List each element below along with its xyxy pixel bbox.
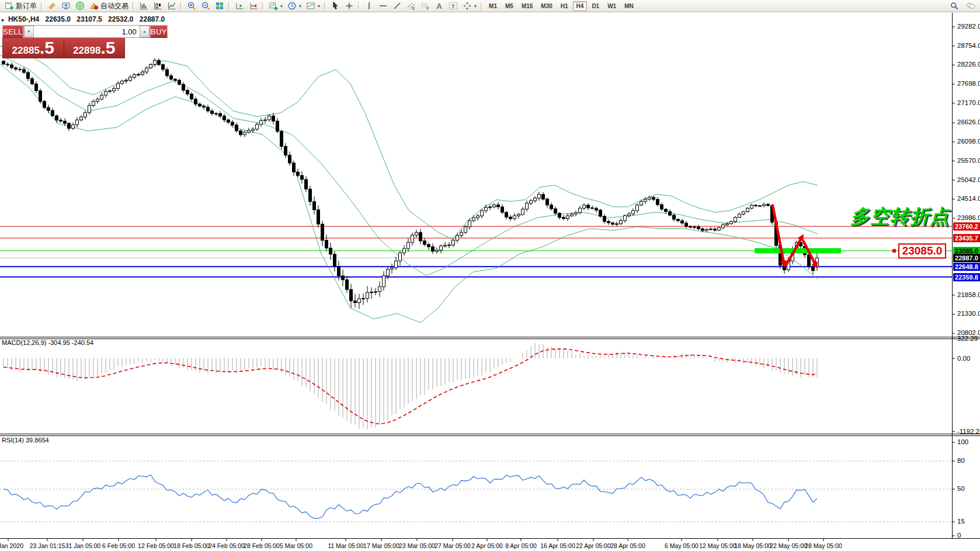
buy-button[interactable]: BUY — [150, 25, 168, 38]
chevron-down-icon[interactable]: ▾ — [318, 4, 320, 9]
fibonacci-button[interactable]: F — [418, 0, 432, 12]
signal-button[interactable] — [73, 0, 87, 12]
chart-autoscroll-icon — [249, 1, 258, 11]
timeframe-w1-button[interactable]: W1 — [604, 1, 620, 11]
price-axis-tick-label: 23986.0 — [957, 214, 980, 221]
new-order-button[interactable]: 新订单 — [2, 0, 39, 12]
volume-increase-button[interactable]: ▴ — [140, 26, 150, 37]
macd-axis-label: 322.29 — [957, 335, 978, 342]
crayon-button[interactable] — [45, 0, 59, 12]
autotrade-button[interactable]: 自动交易 — [87, 0, 131, 12]
toolbar-separator — [133, 2, 135, 10]
turning-point-annotation: 多空转折点 — [850, 204, 950, 230]
zoom-in-button[interactable] — [185, 0, 199, 12]
text-button[interactable]: A — [432, 0, 446, 12]
autotrade-label: 自动交易 — [100, 1, 128, 11]
time-axis-label: 12 Feb 05:00 — [138, 542, 174, 549]
chat-icon — [966, 1, 975, 11]
text-icon: A — [435, 1, 444, 11]
tile-windows-button[interactable] — [213, 0, 227, 12]
volume-decrease-button[interactable]: ▾ — [24, 26, 34, 37]
chevron-down-icon[interactable]: ▾ — [280, 4, 283, 9]
price-axis-tick-label: 21858.0 — [957, 291, 980, 298]
chevron-down-icon[interactable]: ▾ — [474, 4, 477, 9]
market-watch-button[interactable] — [59, 0, 73, 12]
time-axis-label: 8 Apr 05:00 — [505, 542, 537, 549]
cursor-button[interactable] — [328, 0, 342, 12]
time-axis-label: 18 May 05:00 — [734, 542, 772, 549]
search-button[interactable] — [947, 0, 961, 12]
channel-button[interactable]: E — [404, 0, 418, 12]
macd-axis-label: -1192.28 — [957, 428, 980, 435]
crayon-icon — [47, 1, 57, 11]
zoom-in-icon — [187, 1, 196, 11]
templates-icon — [306, 1, 315, 11]
line-chart-button[interactable] — [165, 0, 179, 12]
sell-price[interactable]: 22885.5 — [3, 38, 64, 58]
ohlc-open: 22635.0 — [46, 15, 71, 23]
time-axis-label: 24 Feb 05:00 — [208, 542, 245, 549]
price-axis-tick-label: 28226.0 — [957, 61, 980, 68]
timeframe-h4-button[interactable]: H4 — [573, 1, 588, 11]
price-axis-tick-label: 29282.0 — [957, 23, 980, 30]
time-axis-label: 16 Apr 05:00 — [540, 542, 575, 549]
templates-button[interactable]: ▾ — [304, 0, 322, 12]
new-order-icon — [5, 1, 14, 11]
chat-button[interactable] — [964, 0, 978, 12]
chart-marker-icon: ▸ — [2, 17, 5, 23]
timeframe-h1-button[interactable]: H1 — [557, 1, 572, 11]
time-axis-label: 18 Feb 05:00 — [173, 542, 210, 549]
crosshair-button[interactable] — [342, 0, 356, 12]
ohlc-low: 22532.0 — [108, 15, 133, 23]
new-chart-button[interactable]: ▾ — [266, 0, 285, 12]
bar-chart-button[interactable] — [137, 0, 151, 12]
timeframe-m15-button[interactable]: M15 — [518, 1, 536, 11]
time-axis-label: 22 May 05:00 — [770, 542, 807, 549]
new-order-label: 新订单 — [16, 1, 37, 11]
timeframe-mn-button[interactable]: MN — [621, 1, 637, 11]
time-axis-label: 27 Mar 05:00 — [435, 542, 471, 549]
price-level-badge: 22887.0 — [953, 254, 980, 262]
candle-chart-button[interactable] — [151, 0, 165, 12]
crosshair-icon — [345, 1, 354, 11]
text-label-icon: T — [449, 1, 458, 11]
price-axis-tick-label: 24514.0 — [957, 195, 980, 202]
rsi-axis-label: 0 — [957, 532, 961, 539]
svg-text:E: E — [412, 6, 415, 11]
chart-shift-icon — [235, 1, 244, 11]
time-axis-label: 5 Mar 05:00 — [280, 542, 312, 549]
svg-text:F: F — [427, 6, 429, 11]
buy-price[interactable]: 22898.5 — [64, 38, 125, 58]
tile-windows-icon — [215, 1, 224, 11]
chart-ohlc-title: ▸ HK50-,H4 22635.0 23107.5 22532.0 22887… — [2, 15, 165, 23]
price-callout-label: 23085.0 — [898, 243, 946, 259]
rsi-axis-label: 50 — [957, 485, 965, 492]
zoom-out-button[interactable] — [199, 0, 213, 12]
volume-input[interactable] — [34, 26, 140, 37]
price-axis-tick-label: 26626.0 — [957, 118, 980, 125]
chevron-down-icon[interactable]: ▾ — [299, 4, 301, 9]
trendline-button[interactable] — [390, 0, 404, 12]
chart-shift-button[interactable] — [232, 0, 246, 12]
timeframe-m5-button[interactable]: M5 — [502, 1, 517, 11]
ohlc-close: 22887.0 — [140, 15, 165, 23]
sell-button[interactable]: SELL — [2, 25, 23, 38]
vline-button[interactable] — [362, 0, 376, 12]
rsi-axis-label: 15 — [957, 518, 965, 525]
timeframe-m30-button[interactable]: M30 — [537, 1, 555, 11]
chart-canvas[interactable] — [0, 0, 980, 551]
period-button[interactable]: ▾ — [285, 0, 304, 12]
shapes-button[interactable]: ▾ — [460, 0, 479, 12]
chart-symbol-period: HK50-,H4 — [8, 15, 39, 23]
text-label-button[interactable]: T — [446, 0, 460, 12]
timeframe-m1-button[interactable]: M1 — [485, 1, 501, 11]
price-axis-tick-label: 25042.0 — [957, 176, 980, 183]
hline-button[interactable] — [376, 0, 390, 12]
search-icon — [950, 1, 959, 11]
toolbar-separator — [41, 2, 43, 10]
timeframe-d1-button[interactable]: D1 — [588, 1, 603, 11]
chart-autoscroll-button[interactable] — [246, 0, 260, 12]
price-axis-tick-label: 25570.0 — [957, 157, 980, 164]
channel-icon: E — [406, 1, 416, 11]
zoom-out-icon — [201, 1, 210, 11]
